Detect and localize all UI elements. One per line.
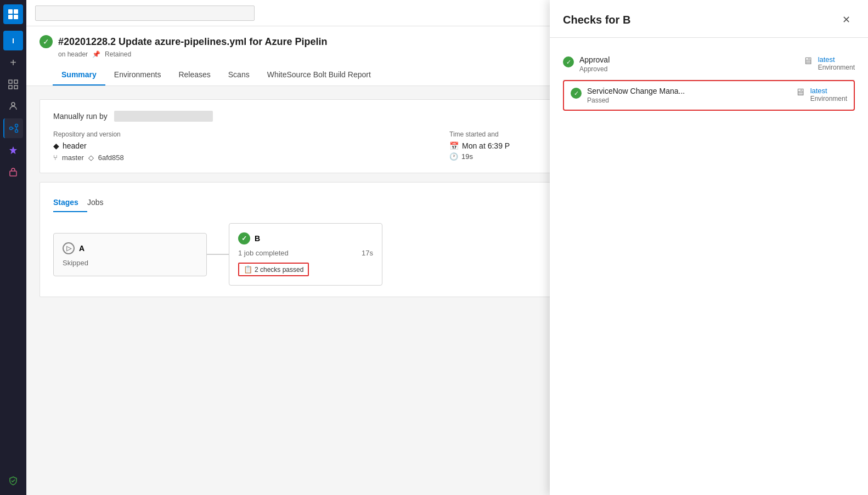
stage-b-success-icon: ✓	[238, 232, 250, 244]
manually-run-label: Manually run by	[53, 112, 108, 121]
env-servicenow-icon: 🖥	[795, 87, 805, 98]
retained-label: Retained	[105, 50, 131, 58]
svg-point-11	[15, 130, 18, 133]
checks-container: 📋 2 checks passed	[238, 263, 373, 276]
sidebar-item-testplans[interactable]	[3, 140, 23, 160]
svg-rect-6	[9, 86, 12, 89]
stage-a-status: Skipped	[63, 259, 198, 267]
check-approval-env-sub: Environment	[818, 64, 855, 71]
time-value: Mon at 6:39 P	[462, 141, 510, 150]
tab-environments[interactable]: Environments	[105, 65, 170, 86]
check-item-approval: ✓ Approval Approved 🖥 latest Environment	[563, 49, 855, 80]
env-servicenow-info: latest Environment	[810, 87, 847, 103]
svg-rect-2	[8, 15, 13, 19]
stage-a-label: A	[79, 244, 84, 253]
svg-point-8	[12, 103, 15, 106]
check-servicenow-info: ServiceNow Change Mana... Passed	[587, 87, 685, 104]
sidebar-item-shield[interactable]	[3, 471, 23, 491]
sidebar-item-repos[interactable]	[3, 96, 23, 116]
stage-box-b: ✓ B 1 job completed 17s 📋 2 checks passe…	[229, 223, 382, 286]
stages-tab-stages[interactable]: Stages	[53, 194, 87, 212]
panel-close-button[interactable]: ✕	[837, 11, 855, 29]
stage-connector	[207, 254, 229, 255]
calendar-icon: 📅	[449, 141, 459, 150]
svg-rect-3	[14, 15, 18, 19]
panel-header: Checks for B ✕	[550, 0, 868, 38]
checks-passed-badge[interactable]: 📋 2 checks passed	[238, 263, 309, 276]
panel-body: ✓ Approval Approved 🖥 latest Environment	[550, 38, 868, 495]
tab-releases[interactable]: Releases	[170, 65, 219, 86]
check-approval-status: Approved	[579, 65, 610, 73]
check-servicenow-status: Passed	[587, 96, 685, 104]
check-approval-icon: ✓	[563, 56, 574, 67]
svg-point-9	[10, 127, 13, 130]
repo-version-label: Repository and version	[53, 130, 445, 138]
stage-box-a: ▷ A Skipped	[53, 233, 207, 276]
svg-rect-12	[10, 171, 16, 176]
tab-whitesource[interactable]: WhiteSource Bolt Build Report	[258, 65, 380, 86]
check-servicenow-name: ServiceNow Change Mana...	[587, 87, 685, 95]
svg-rect-7	[14, 86, 18, 89]
stage-a-skipped-icon: ▷	[63, 242, 75, 254]
stage-b-duration: 17s	[362, 249, 373, 257]
stage-b-footer: 1 job completed 17s	[238, 249, 373, 257]
svg-rect-1	[14, 9, 18, 14]
check-approval-info: Approval Approved	[579, 55, 610, 73]
svg-rect-0	[8, 9, 13, 14]
duration-value: 19s	[461, 152, 473, 161]
pin-icon: 📌	[92, 50, 100, 58]
sidebar-item-pipelines[interactable]	[3, 118, 23, 138]
svg-rect-5	[14, 80, 18, 83]
check-servicenow-env-sub: Environment	[810, 95, 847, 103]
svg-rect-4	[9, 80, 12, 83]
check-servicenow-icon: ✓	[571, 88, 582, 99]
check-item-servicenow: ✓ ServiceNow Change Mana... Passed 🖥 lat…	[563, 80, 855, 111]
stages-tab-jobs[interactable]: Jobs	[87, 194, 112, 212]
tab-scans[interactable]: Scans	[219, 65, 258, 86]
check-servicenow-env-link[interactable]: latest	[810, 87, 847, 95]
check-servicenow-right: 🖥 latest Environment	[795, 87, 847, 103]
clock-icon: 🕐	[449, 152, 458, 161]
pipeline-sub-label: on header	[58, 50, 88, 58]
stage-a-title-row: ▷ A	[63, 242, 198, 254]
pipeline-status-icon: ✓	[40, 35, 53, 48]
search-input[interactable]	[35, 5, 255, 21]
repo-icon: ◆	[53, 141, 59, 150]
repo-row: ◆ header	[53, 141, 445, 150]
check-approval-right: 🖥 latest Environment	[803, 55, 855, 71]
sidebar: I +	[0, 0, 26, 495]
sidebar-item-boards[interactable]	[3, 75, 23, 94]
main-content: ✓ #20201228.2 Update azure-pipelines.yml…	[26, 0, 868, 495]
repo-name: header	[63, 141, 87, 150]
commit-hash: 6afd858	[98, 153, 124, 162]
pipeline-title: #20201228.2 Update azure-pipelines.yml f…	[58, 36, 328, 48]
branch-icon: ⑂	[53, 153, 58, 162]
checks-panel: Checks for B ✕ ✓ Approval Approved 🖥 lat…	[550, 0, 868, 495]
manually-run-placeholder	[114, 111, 213, 122]
stage-b-title-row: ✓ B	[238, 232, 373, 244]
commit-sep: ◇	[88, 153, 94, 162]
branch-commit-row: ⑂ master ◇ 6afd858	[53, 153, 445, 162]
env-approval-icon: 🖥	[803, 55, 813, 67]
repo-section: Repository and version ◆ header ⑂ master…	[53, 130, 445, 162]
checks-passed-label: 2 checks passed	[255, 266, 303, 274]
check-approval-env-link[interactable]: latest	[818, 55, 855, 64]
check-approval-name: Approval	[579, 55, 610, 64]
sidebar-item-overview[interactable]: I	[3, 31, 23, 50]
sidebar-logo[interactable]	[3, 4, 23, 24]
branch-name: master	[62, 153, 84, 162]
env-approval-info: latest Environment	[818, 55, 855, 71]
check-servicenow-left: ✓ ServiceNow Change Mana... Passed	[571, 87, 685, 104]
tab-summary[interactable]: Summary	[53, 65, 105, 86]
panel-title: Checks for B	[563, 14, 630, 26]
check-approval-left: ✓ Approval Approved	[563, 55, 610, 73]
svg-point-10	[15, 124, 18, 127]
sidebar-item-artifacts[interactable]	[3, 162, 23, 182]
sidebar-item-add[interactable]: +	[3, 53, 23, 72]
stage-b-label: B	[255, 234, 260, 243]
stage-b-status: 1 job completed	[238, 249, 289, 257]
checks-icon: 📋	[244, 265, 252, 274]
